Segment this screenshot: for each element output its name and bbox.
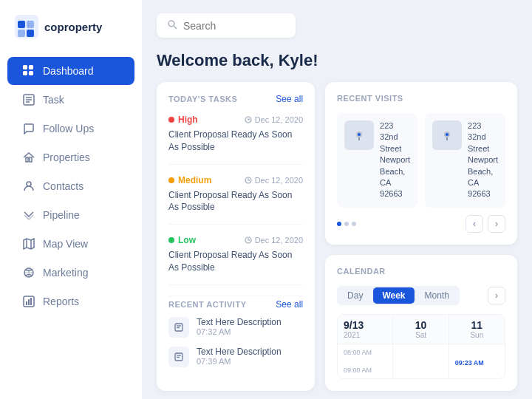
content-grid: TODAY'S TASKS See all High Dec 12, [157,82,517,391]
sidebar-item-label: Task [43,94,64,106]
svg-point-39 [446,133,449,136]
task-date: Dec 12, 2020 [245,236,303,245]
svg-rect-23 [30,298,32,305]
calendar-header-row: 9/13 2021 10 Sat 11 Sun [338,315,505,344]
task-description: Client Proposal Ready As Soon As Possibl… [168,249,303,274]
priority-label: Low [178,235,196,245]
tab-day[interactable]: Day [338,287,372,304]
activity-icon [168,347,189,367]
task-meta: Medium Dec 12, 2020 [168,175,303,185]
sidebar-item-label: Map View [43,238,88,250]
calendar-nav-arrow[interactable]: › [488,287,505,304]
cal-col-header: 9/13 2021 [338,315,393,344]
svg-rect-5 [23,65,27,69]
calendar-card-header: CALENDAR [337,267,505,276]
svg-rect-8 [29,71,33,75]
sidebar-item-contacts[interactable]: Contacts [7,172,134,200]
sidebar-item-label: Pipeline [43,209,80,221]
mapview-icon [22,237,35,250]
tab-week[interactable]: Week [373,287,414,304]
cal-col-header: 10 Sat [393,315,449,344]
sidebar-item-properties[interactable]: Properties [7,143,134,171]
cal-tab-group: Day Week Month [337,286,460,305]
recent-visits-card: RECENT VISITS 223 32nd Street [325,82,517,245]
task-icon [22,93,35,106]
sidebar-item-marketing[interactable]: Marketing [7,259,134,287]
task-meta: Low Dec 12, 2020 [168,235,303,245]
cal-body-col [393,344,449,378]
svg-rect-21 [26,301,27,305]
tab-month[interactable]: Month [416,287,458,304]
sidebar-item-followups[interactable]: Follow Ups [7,115,134,143]
task-item: Medium Dec 12, 2020 Client Proposal Read… [168,175,303,225]
dot [344,222,349,226]
visits-card-header: RECENT VISITS [337,94,505,103]
priority-label: High [178,115,198,125]
activity-see-all[interactable]: See all [276,299,303,310]
search-icon [167,19,177,32]
visits-section-title: RECENT VISITS [337,94,403,103]
priority-badge-high: High [168,115,198,125]
sidebar-item-mapview[interactable]: Map View [7,230,134,258]
sidebar-item-reports[interactable]: Reports [7,287,134,316]
svg-rect-1 [18,21,25,28]
dot-medium [168,177,174,183]
search-input[interactable] [183,20,285,32]
next-button[interactable]: › [488,215,505,233]
cal-body-col: 08:00 AM 09:00 AM [338,344,393,378]
svg-rect-14 [30,157,32,162]
cal-body-col: 09:23 AM [449,344,505,378]
visit-card: 223 32nd Street Newport Beach, CA 92663 [337,113,417,208]
svg-rect-4 [27,30,34,37]
svg-point-15 [27,182,31,186]
cal-event: 09:23 AM [455,359,499,366]
visit-address: 223 32nd Street Newport Beach, CA 92663 [468,120,498,200]
activity-text: Text Here Description [197,347,282,357]
sidebar-item-label: Marketing [43,267,88,279]
pipeline-icon [22,208,35,222]
task-date: Dec 12, 2020 [245,115,303,124]
visit-map-thumbnail [432,120,462,150]
cal-day: Sun [455,331,499,339]
activity-content: Text Here Description 07:39 AM [197,347,282,366]
svg-rect-13 [26,157,28,162]
sidebar-item-pipeline[interactable]: Pipeline [7,201,134,229]
sidebar-item-task[interactable]: Task [7,86,134,114]
logo-icon [15,15,38,38]
dot-high [168,117,174,123]
svg-rect-7 [23,71,27,75]
activity-time: 07:39 AM [197,357,282,366]
task-item: Low Dec 12, 2020 Client Proposal Ready A… [168,235,303,285]
priority-badge-low: Low [168,235,196,245]
activity-text: Text Here Description [197,317,282,327]
cal-date: 10 [399,319,442,331]
activity-icon [168,317,189,338]
cal-date: 11 [455,319,499,331]
task-date: Dec 12, 2020 [245,176,303,185]
svg-point-36 [358,133,361,136]
task-description: Client Proposal Ready As Soon As Possibl… [168,129,303,154]
activity-content: Text Here Description 07:32 AM [197,317,282,336]
task-meta: High Dec 12, 2020 [168,115,303,125]
tasks-section-title: TODAY'S TASKS [168,95,237,103]
visit-map-thumbnail [344,120,374,150]
cal-empty-slot [399,349,442,359]
sidebar-item-dashboard[interactable]: Dashboard [7,57,134,85]
tasks-card: TODAY'S TASKS See all High Dec 12, [157,82,315,391]
activity-card-header: RECENT ACTIVITY See all [168,299,303,310]
task-item: High Dec 12, 2020 Client Proposal Ready … [168,115,303,165]
prev-button[interactable]: ‹ [466,215,483,233]
sidebar-item-label: Follow Ups [43,123,94,134]
search-bar[interactable] [157,13,296,38]
svg-rect-3 [18,30,25,37]
svg-point-24 [168,21,174,27]
dot [352,222,356,226]
main-content: Welcome back, Kyle! TODAY'S TASKS See al… [142,0,532,399]
tasks-see-all[interactable]: See all [276,94,303,104]
calendar-grid: 9/13 2021 10 Sat 11 Sun [337,314,505,379]
activity-time: 07:32 AM [197,327,282,336]
visit-dots [337,222,356,226]
svg-marker-16 [24,239,34,249]
calendar-card: CALENDAR Day Week Month › 9/13 [325,255,517,391]
reports-icon [22,295,35,308]
